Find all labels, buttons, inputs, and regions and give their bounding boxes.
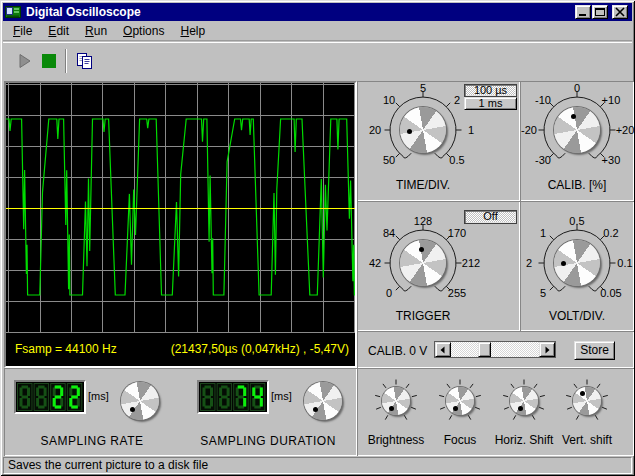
trigger-tick-42: 42 (369, 257, 381, 269)
calib-tick-+10: +10 (602, 94, 621, 106)
trigger-tick-255: 255 (448, 287, 466, 299)
status-bar: Saves the current picture to a disk file (3, 457, 632, 474)
minimize-icon (577, 7, 589, 17)
calib-tick-+30: +30 (602, 154, 621, 166)
vert-shift-label: Vert. shift (562, 433, 612, 447)
timediv-tick-5: 5 (420, 82, 426, 94)
voltdiv-label: VOLT/DIV. (549, 309, 605, 323)
calib-tick-+20: +20 (616, 124, 635, 136)
right-arrow-icon (543, 346, 551, 354)
window-title: Digital Oscilloscope (26, 5, 141, 19)
focus-label: Focus (444, 433, 477, 447)
maximize-button[interactable] (592, 5, 608, 19)
timediv-tick-20: 20 (369, 124, 381, 136)
knob-group-trigger: 04284128170212255TRIGGEROff (357, 201, 520, 331)
menu-item-help[interactable]: Help (172, 22, 213, 40)
focus-knob[interactable] (446, 387, 474, 415)
knob-group-timediv: 5020105210.5TIME/DIV.100 µs1 ms (357, 81, 520, 201)
close-icon (614, 7, 626, 17)
copy-button[interactable] (74, 50, 96, 72)
run-button[interactable] (14, 50, 36, 72)
title-bar[interactable]: Digital Oscilloscope (3, 3, 632, 21)
calib-knob[interactable] (554, 107, 600, 153)
fsamp-readout: Fsamp = 44100 Hz (15, 342, 117, 356)
trigger-tick-84: 84 (383, 227, 395, 239)
brightness-knob-indicator-dot (389, 406, 394, 411)
menu-bar: FileEditRunOptionsHelp (3, 22, 632, 41)
timediv-tick-2: 2 (454, 94, 460, 106)
menu-item-run[interactable]: Run (77, 22, 115, 40)
vert-shift-knob[interactable] (573, 387, 601, 415)
store-button[interactable]: Store (574, 341, 615, 360)
trigger-off-button[interactable]: Off (464, 210, 517, 224)
brightness-label: Brightness (368, 433, 425, 447)
timediv-tick-0.5: 0.5 (449, 154, 464, 166)
cursor-readout: (21437,50µs (0,047kHz) , -5,47V) (171, 342, 349, 356)
maximize-icon (594, 7, 606, 17)
display-adjust-panel: BrightnessFocusHoriz. ShiftVert. shift (357, 368, 634, 456)
stop-icon (41, 53, 57, 69)
trigger-knob-indicator-dot (419, 247, 424, 252)
menu-item-edit[interactable]: Edit (40, 22, 77, 40)
trigger-tick-170: 170 (448, 227, 466, 239)
duration-label: SAMPLING DURATION (200, 434, 336, 448)
calib-label: CALIB. [%] (548, 178, 607, 192)
scope-screen[interactable] (6, 83, 355, 366)
trigger-tick-0: 0 (386, 287, 392, 299)
toolbar (3, 42, 632, 79)
stop-button[interactable] (38, 50, 60, 72)
sampling-panel: [ms]SAMPLING RATE[ms]SAMPLING DURATION (4, 368, 357, 456)
trigger-tick-128: 128 (414, 215, 432, 227)
copy-icon (76, 53, 94, 70)
close-button[interactable] (612, 5, 628, 19)
calib-scrollbar[interactable] (434, 341, 556, 358)
left-arrow-icon (439, 346, 447, 354)
app-window: Digital Oscilloscope FileEditRunOptionsH… (0, 0, 635, 476)
scope-panel: Fsamp = 44100 Hz (21437,50µs (0,047kHz) … (4, 81, 357, 368)
horiz-shift-label: Horiz. Shift (495, 433, 554, 447)
voltdiv-tick-2: 2 (526, 257, 532, 269)
trigger-tick-212: 212 (462, 257, 480, 269)
scrollbar-thumb[interactable] (478, 342, 491, 357)
timediv-knob-indicator-dot (407, 129, 412, 134)
time-unit-1ms-button[interactable]: 1 ms (464, 97, 517, 110)
play-icon (18, 53, 32, 69)
voltdiv-tick-5: 5 (540, 287, 546, 299)
status-text: Saves the current picture to a disk file (8, 458, 208, 472)
voltdiv-tick-0.1: 0.1 (617, 257, 632, 269)
knob-group-calib: -30-20-100+10+20+30CALIB. [%] (520, 81, 634, 201)
timediv-tick-10: 10 (383, 94, 395, 106)
timediv-tick-1: 1 (468, 124, 474, 136)
duration-unit: [ms] (271, 390, 292, 402)
time-unit-100us-button[interactable]: 100 µs (464, 84, 517, 97)
duration-knob[interactable] (304, 382, 342, 420)
trigger-label: TRIGGER (396, 309, 451, 323)
horiz-shift-knob-indicator-dot (518, 406, 523, 411)
voltdiv-tick-1: 1 (540, 227, 546, 239)
menu-item-options[interactable]: Options (115, 22, 172, 40)
duration-display (197, 380, 269, 414)
calib-tick-0: 0 (574, 82, 580, 94)
horiz-shift-knob[interactable] (510, 387, 538, 415)
voltdiv-tick-0.5: 0.5 (569, 215, 584, 227)
voltdiv-tick-0.05: 0.05 (600, 287, 621, 299)
timediv-tick-50: 50 (383, 154, 395, 166)
rate-unit: [ms] (88, 390, 109, 402)
brightness-knob[interactable] (382, 387, 410, 415)
rate-display (14, 380, 86, 414)
scrollbar-left-button[interactable] (435, 342, 451, 357)
knob-group-voltdiv: 5210.50.20.10.05VOLT/DIV. (520, 201, 634, 331)
calib-tick--20: -20 (521, 124, 537, 136)
calib-voltage-label: CALIB. 0 V (368, 344, 427, 358)
calibration-row: CALIB. 0 V Store (357, 331, 634, 368)
menu-item-file[interactable]: File (5, 22, 40, 40)
rate-digits (16, 382, 84, 412)
rate-label: SAMPLING RATE (41, 434, 144, 448)
minimize-button[interactable] (575, 5, 591, 19)
scrollbar-right-button[interactable] (539, 342, 555, 357)
timediv-label: TIME/DIV. (396, 178, 450, 192)
rate-knob[interactable] (121, 382, 159, 420)
voltdiv-tick-0.2: 0.2 (603, 227, 618, 239)
duration-digits (199, 382, 267, 412)
toolbar-separator (65, 49, 67, 73)
